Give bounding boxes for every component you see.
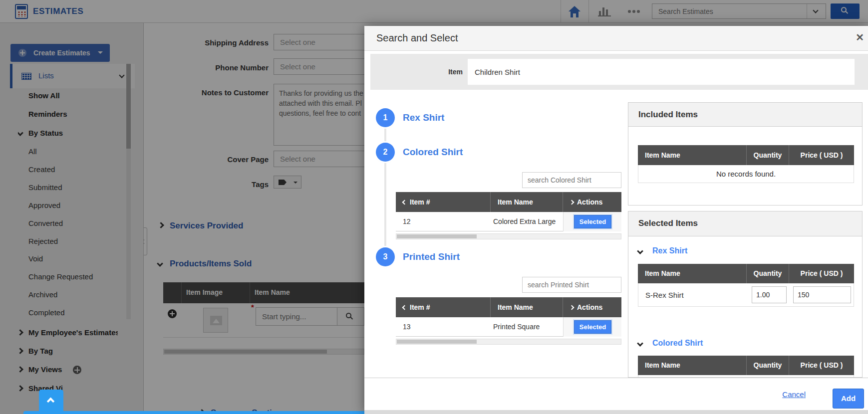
included-items-title: Included Items [638, 110, 698, 120]
col-actions[interactable]: Actions [563, 192, 621, 212]
close-icon[interactable]: ✕ [856, 31, 864, 43]
bottom-panel-expand-tab[interactable] [39, 390, 63, 412]
step-2-circle: 2 [376, 143, 395, 162]
item-name: Printed Square [493, 317, 563, 337]
item-number: 13 [403, 317, 411, 337]
modal-bottom-strip [364, 410, 868, 414]
selected-items-title: Selected Items [638, 218, 698, 228]
col-item-name: Item Name [638, 145, 747, 165]
item-value-input[interactable] [468, 59, 855, 85]
col-quantity: Quantity [747, 145, 789, 165]
cancel-button[interactable]: Cancel [782, 390, 806, 399]
col-item-number[interactable]: Item # [396, 192, 491, 212]
col-quantity: Quantity [747, 356, 789, 376]
group-rex-shirt[interactable]: Rex Shirt [638, 246, 738, 257]
step-1-circle: 1 [376, 108, 395, 127]
colored-shirt-table: Item # Item Name Actions 12 Colored Extr… [396, 192, 621, 231]
col-price: Price ( USD ) [789, 145, 854, 165]
modal-title: Search and Select [376, 32, 458, 44]
chevron-left-icon [402, 305, 407, 310]
modal-header: Search and Select ✕ [364, 26, 868, 51]
search-colored-shirt-input[interactable] [522, 172, 621, 188]
steps-connector-line [384, 118, 386, 257]
price-input[interactable] [793, 286, 851, 303]
table-row: S-Rex Shirt [638, 283, 854, 307]
selected-button[interactable]: Selected [574, 215, 611, 228]
item-number: 12 [403, 212, 411, 231]
search-and-select-modal: Search and Select ✕ Item 1 Rex Shirt 2 C… [364, 26, 868, 414]
group-colored-shirt[interactable]: Colored Shirt [638, 339, 738, 350]
step-2-title-colored-shirt[interactable]: Colored Shirt [403, 147, 463, 158]
quantity-input[interactable] [752, 286, 787, 303]
col-item-name: Item Name [638, 264, 747, 284]
selected-button[interactable]: Selected [574, 320, 611, 334]
item-name: Colored Extra Large [493, 212, 563, 231]
col-quantity: Quantity [747, 264, 789, 284]
item-name: S-Rex Shirt [645, 291, 684, 299]
chevron-down-icon [637, 340, 643, 347]
col-price: Price ( USD ) [789, 356, 854, 376]
chevron-up-icon [47, 398, 55, 406]
selected-items-panel: Selected Items Rex Shirt Item Name Quant… [628, 211, 863, 378]
col-item-number[interactable]: Item # [396, 297, 491, 317]
no-records-row: No records found. [638, 165, 854, 183]
col-item-name[interactable]: Item Name [491, 192, 563, 212]
item-field-band: Item [370, 54, 868, 90]
col-item-name[interactable]: Item Name [491, 297, 563, 317]
step-3-title-printed-shirt[interactable]: Printed Shirt [403, 251, 460, 262]
chevron-left-icon [402, 200, 407, 205]
col-item-name: Item Name [638, 356, 747, 376]
search-printed-shirt-input[interactable] [522, 277, 621, 293]
item-label: Item [400, 68, 463, 76]
col-price: Price ( USD ) [789, 264, 854, 284]
printed-table-hscrollbar[interactable] [396, 339, 621, 345]
actions-cell: Selected [563, 317, 621, 337]
chevron-down-icon [637, 248, 643, 254]
chevron-right-icon [570, 200, 575, 205]
step-1-title-rex-shirt[interactable]: Rex Shirt [403, 112, 444, 123]
table-row: 13 Printed Square Selected [396, 317, 621, 337]
included-items-panel: Included Items Item Name Quantity Price … [628, 102, 863, 206]
actions-cell: Selected [563, 212, 621, 231]
table-row: 12 Colored Extra Large Selected [396, 212, 621, 231]
step-3-circle: 3 [376, 247, 395, 266]
col-actions[interactable]: Actions [563, 297, 621, 317]
modal-footer: Cancel Add [364, 378, 868, 410]
printed-shirt-table: Item # Item Name Actions 13 Printed Squa… [396, 297, 621, 337]
add-button[interactable]: Add [833, 389, 864, 409]
colored-table-hscrollbar[interactable] [396, 233, 621, 239]
chevron-right-icon [570, 305, 575, 310]
